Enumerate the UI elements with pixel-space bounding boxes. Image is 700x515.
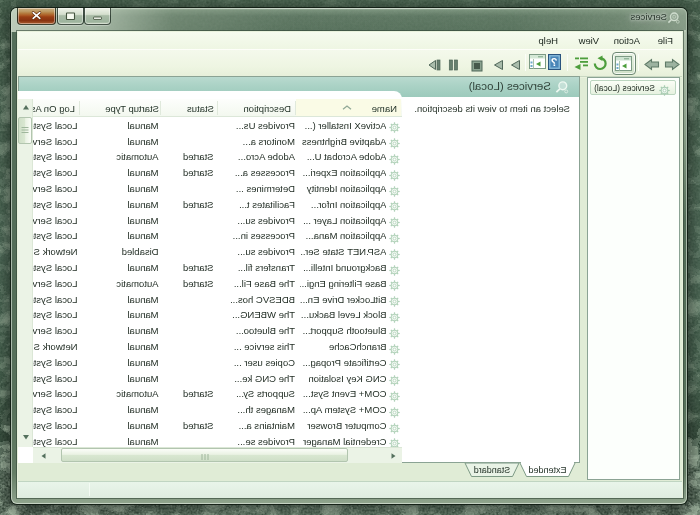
svg-text:?: ? [551,56,558,68]
